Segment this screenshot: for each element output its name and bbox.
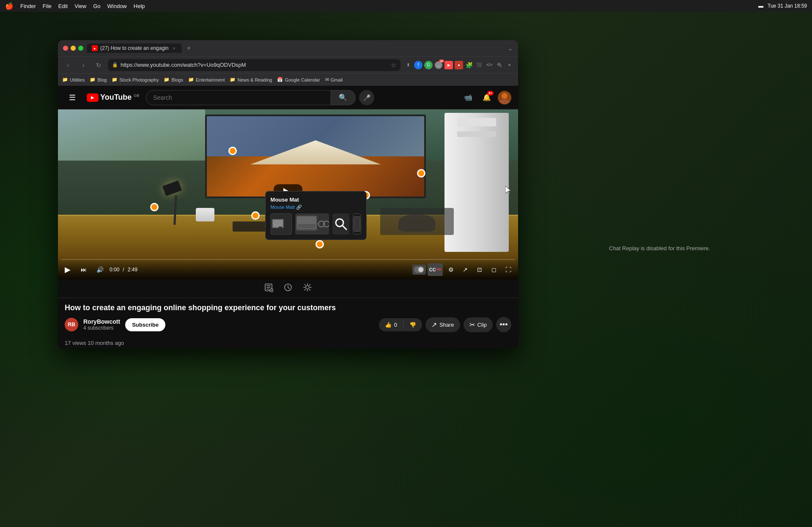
apple-menu[interactable]: 🍎	[5, 2, 14, 10]
bookmark-entertainment[interactable]: 📁 Entertainment	[188, 77, 225, 82]
youtube-content: ☰ YouTube GB 🔍 🎤 📹 🔔	[58, 86, 518, 349]
bookmark-blogs[interactable]: 📁 Blogs	[164, 77, 183, 82]
cup-item	[196, 208, 214, 221]
ext-5[interactable]: ●	[455, 61, 463, 69]
calendar-icon: 📅	[277, 77, 283, 82]
like-count: 0	[394, 322, 397, 328]
dislike-button[interactable]: 👎	[403, 318, 422, 331]
new-tab-button[interactable]: +	[184, 43, 194, 53]
notifications-button[interactable]: 🔔 9+	[479, 90, 494, 105]
yt-menu-button[interactable]: ☰	[65, 90, 80, 105]
play-pause-button[interactable]: ▶	[61, 263, 74, 276]
bookmark-news[interactable]: 📁 News & Reading	[230, 77, 272, 82]
clip-button[interactable]: ✂ Clip	[464, 317, 493, 332]
youtube-header: ☰ YouTube GB 🔍 🎤 📹 🔔	[58, 86, 518, 109]
notification-badge: 9+	[487, 91, 494, 96]
settings-button[interactable]: ⚙	[444, 263, 457, 276]
bookmarks-bar: 📁 Utilities 📁 Blog 📁 Stock Photography 📁…	[58, 73, 518, 86]
search-button[interactable]: 🔍	[330, 90, 356, 105]
svg-point-15	[418, 267, 423, 272]
download-icon[interactable]: ⬇	[404, 61, 412, 69]
back-button[interactable]: ‹	[62, 59, 74, 71]
miniplayer-button[interactable]: ⊡	[473, 263, 486, 276]
traffic-lights	[63, 46, 83, 51]
autoplay-toggle[interactable]	[412, 265, 426, 275]
create-button[interactable]: 📹	[461, 90, 476, 105]
bookmark-utilities-label: Utilities	[70, 77, 85, 82]
youtube-header-actions: 📹 🔔 9+	[461, 90, 511, 105]
volume-button[interactable]: 🔊	[93, 263, 106, 276]
monitor-screen	[205, 115, 426, 198]
address-bar[interactable]: 🔒 https://www.youtube.com/watch?v=Uo9qOD…	[108, 59, 401, 71]
product-dot-2[interactable]	[228, 147, 237, 155]
product-dot-3[interactable]	[417, 169, 425, 177]
product-dot-5[interactable]	[251, 211, 260, 220]
channel-avatar[interactable]: RB	[65, 318, 78, 331]
user-avatar[interactable]	[498, 91, 511, 104]
lock-icon: 🔒	[112, 62, 118, 68]
tab-collapse-button[interactable]: ⌄	[508, 45, 513, 52]
search-input[interactable]	[146, 90, 330, 105]
view-menu[interactable]: View	[74, 3, 86, 9]
finder-menu[interactable]: Finder	[20, 3, 36, 9]
ext-4[interactable]: ▶	[444, 61, 453, 69]
share-button[interactable]: ↗	[459, 263, 472, 276]
ext-2[interactable]: G	[424, 61, 433, 69]
active-tab[interactable]: (27) How to create an engagin ×	[87, 44, 182, 53]
stats-bar: 17 views 10 months ago	[58, 337, 518, 349]
svg-line-13	[342, 225, 346, 229]
clip-label: Clip	[477, 322, 487, 328]
more-actions-button[interactable]: •••	[496, 317, 511, 332]
bookmark-blog[interactable]: 📁 Blog	[90, 77, 107, 82]
toolbar-btn-1[interactable]	[264, 283, 273, 294]
video-controls: ▶ ⏭ 🔊 0:00 / 2:49	[58, 259, 518, 279]
fullscreen-button[interactable]: ⛶	[502, 263, 515, 276]
next-button[interactable]: ⏭	[77, 263, 90, 276]
ext-menu[interactable]: ≡	[505, 61, 514, 69]
ext-9[interactable]: 🔌	[495, 61, 504, 69]
hd-badge: HD	[436, 268, 442, 271]
toolbar-btn-2[interactable]	[283, 283, 293, 294]
help-menu[interactable]: Help	[134, 3, 145, 9]
go-menu[interactable]: Go	[93, 3, 100, 9]
refresh-button[interactable]: ↻	[93, 59, 104, 71]
bookmark-blogs-label: Blogs	[171, 77, 183, 82]
bookmark-gmail-label: Gmail	[331, 77, 343, 82]
minimize-button[interactable]	[71, 46, 76, 51]
product-link[interactable]: Mouse Matt 🔗	[271, 205, 361, 210]
toolbar-btn-3[interactable]	[303, 283, 312, 294]
youtube-logo-text: YouTube	[100, 93, 132, 102]
bookmark-utilities[interactable]: 📁 Utilities	[62, 77, 85, 82]
bookmark-stock[interactable]: 📁 Stock Photography	[112, 77, 159, 82]
tab-favicon	[92, 45, 98, 51]
file-menu[interactable]: File	[43, 3, 52, 9]
voice-search-button[interactable]: 🎤	[359, 90, 374, 105]
progress-bar[interactable]	[61, 259, 515, 260]
video-time: 0:00	[110, 267, 119, 273]
tab-close-button[interactable]: ×	[171, 45, 177, 51]
ext-1[interactable]: f	[414, 61, 422, 69]
ext-3[interactable]: ... 38	[434, 61, 443, 69]
maximize-button[interactable]	[78, 46, 83, 51]
window-menu[interactable]: Window	[107, 3, 127, 9]
browser-window: (27) How to create an engagin × + ⌄ ‹ › …	[58, 40, 518, 349]
ext-8[interactable]: </>	[485, 61, 494, 69]
bookmark-gmail[interactable]: ✉ Gmail	[325, 77, 343, 82]
ext-7[interactable]: ⬛	[475, 61, 483, 69]
product-dot-1[interactable]	[150, 203, 159, 211]
subtitles-button[interactable]: CC HD	[428, 263, 443, 276]
close-button[interactable]	[63, 46, 68, 51]
battery-icon: ▬	[758, 3, 763, 9]
youtube-logo[interactable]: YouTube GB	[87, 93, 139, 102]
bookmark-gcal[interactable]: 📅 Google Calendar	[277, 77, 320, 82]
bookmark-icon[interactable]: ☆	[391, 62, 396, 68]
ext-6[interactable]: 🧩	[465, 61, 473, 69]
like-button[interactable]: 👍 0	[379, 318, 403, 331]
subscribe-button[interactable]: Subscribe	[125, 318, 165, 331]
edit-menu[interactable]: Edit	[58, 3, 68, 9]
share-video-button[interactable]: ↗ Share	[425, 317, 460, 332]
youtube-logo-icon	[87, 93, 99, 102]
forward-button[interactable]: ›	[77, 59, 89, 71]
bookmark-entertainment-label: Entertainment	[196, 77, 225, 82]
theater-button[interactable]: ◻	[488, 263, 500, 276]
